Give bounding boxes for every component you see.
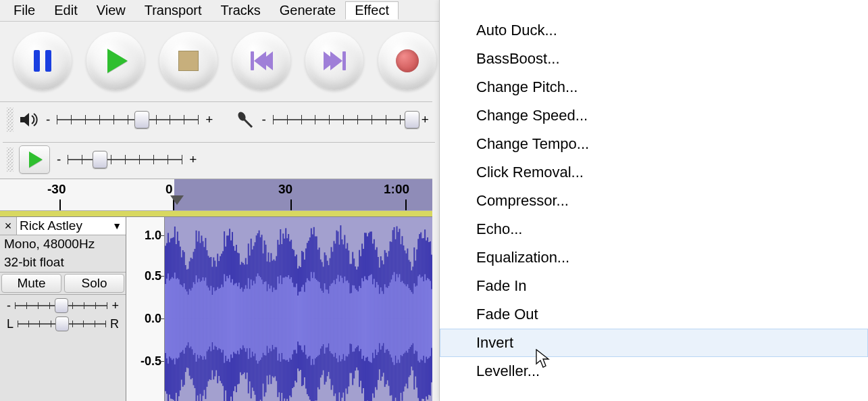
effect-change-speed[interactable]: Change Speed... [440, 101, 868, 130]
svg-rect-318 [315, 279, 316, 358]
svg-rect-270 [251, 279, 252, 357]
effect-change-pitch[interactable]: Change Pitch... [440, 73, 868, 101]
svg-rect-266 [245, 285, 247, 352]
stop-button[interactable] [159, 32, 218, 90]
svg-rect-380 [398, 277, 399, 359]
toolbar-grip-icon[interactable] [7, 108, 14, 132]
pause-button[interactable] [14, 32, 72, 90]
svg-rect-230 [197, 283, 199, 355]
svg-rect-223 [188, 295, 189, 343]
svg-rect-356 [365, 279, 367, 358]
skip-start-button[interactable] [232, 32, 290, 90]
menu-file[interactable]: File [4, 1, 45, 20]
svg-rect-271 [252, 285, 253, 352]
svg-rect-312 [307, 279, 308, 359]
track-format-line2: 32-bit float [0, 254, 126, 272]
svg-rect-379 [397, 274, 398, 363]
output-volume-slider[interactable] [57, 111, 199, 128]
pause-icon [34, 50, 51, 72]
svg-rect-240 [210, 286, 211, 352]
effect-bass-boost[interactable]: BassBoost... [440, 45, 868, 73]
svg-rect-359 [369, 275, 371, 362]
svg-rect-278 [261, 280, 263, 358]
playhead-icon[interactable] [170, 195, 184, 205]
effect-fade-out[interactable]: Fade Out [440, 300, 868, 329]
solo-button[interactable]: Solo [64, 274, 124, 293]
svg-rect-369 [383, 294, 384, 344]
mute-button[interactable]: Mute [1, 274, 61, 293]
track-gain-slider[interactable]: - + [0, 295, 126, 313]
effect-equalization[interactable]: Equalization... [440, 243, 868, 272]
ruler-label: 0 [165, 182, 173, 197]
menu-view[interactable]: View [87, 1, 135, 20]
svg-rect-218 [181, 285, 182, 352]
speed-minus-label: - [57, 152, 61, 167]
svg-rect-273 [255, 283, 256, 353]
svg-rect-330 [331, 284, 332, 354]
svg-rect-371 [386, 287, 387, 350]
menu-transport[interactable]: Transport [135, 1, 211, 20]
svg-rect-399 [423, 281, 424, 356]
svg-rect-268 [248, 278, 249, 359]
svg-rect-246 [218, 289, 220, 348]
effect-echo[interactable]: Echo... [440, 215, 868, 243]
svg-rect-321 [319, 282, 320, 355]
svg-rect-343 [348, 283, 349, 354]
svg-rect-348 [355, 289, 356, 349]
svg-rect-402 [427, 278, 428, 359]
gain-minus-label: - [7, 299, 11, 313]
record-button[interactable] [378, 32, 436, 90]
effect-click-removal[interactable]: Click Removal... [440, 158, 868, 187]
svg-rect-219 [182, 287, 184, 350]
svg-rect-349 [356, 290, 357, 347]
effect-leveller[interactable]: Leveller... [440, 357, 868, 385]
svg-rect-309 [303, 285, 304, 352]
menu-tracks[interactable]: Tracks [211, 1, 270, 20]
menu-effect[interactable]: Effect [345, 1, 399, 20]
svg-rect-244 [215, 290, 217, 347]
svg-rect-396 [419, 275, 420, 362]
track-pan-slider[interactable]: L R [0, 313, 126, 331]
skip-end-button[interactable] [305, 32, 363, 90]
svg-rect-319 [316, 280, 317, 357]
svg-rect-331 [332, 283, 334, 354]
svg-rect-392 [413, 283, 415, 354]
svg-rect-284 [269, 289, 270, 349]
svg-rect-247 [220, 288, 221, 350]
svg-rect-269 [249, 289, 251, 348]
track-name-dropdown[interactable]: Rick Astley ▼ [17, 217, 126, 235]
input-volume-slider[interactable] [273, 111, 415, 128]
time-ruler[interactable]: -30 0 30 1:00 [0, 179, 432, 211]
svg-rect-290 [277, 277, 278, 360]
close-track-button[interactable]: × [0, 217, 17, 235]
play-at-speed-button[interactable] [19, 145, 50, 174]
microphone-icon [234, 110, 255, 130]
effect-change-tempo[interactable]: Change Tempo... [440, 130, 868, 158]
play-button[interactable] [86, 32, 145, 90]
playback-speed-slider[interactable] [68, 151, 182, 168]
effect-fade-in[interactable]: Fade In [440, 272, 868, 300]
svg-rect-294 [282, 278, 284, 360]
svg-rect-316 [312, 278, 313, 359]
svg-rect-336 [338, 281, 340, 355]
svg-rect-326 [326, 289, 327, 348]
svg-rect-295 [284, 278, 285, 360]
effect-compressor[interactable]: Compressor... [440, 187, 868, 215]
svg-rect-308 [301, 287, 303, 350]
effect-invert[interactable]: Invert [440, 329, 868, 357]
svg-rect-327 [327, 289, 328, 347]
waveform-display[interactable] [165, 217, 432, 401]
toolbar-grip-icon[interactable] [7, 147, 14, 172]
input-minus-label: - [261, 112, 265, 127]
svg-rect-358 [368, 276, 369, 361]
effect-auto-duck[interactable]: Auto Duck... [440, 16, 868, 45]
svg-rect-341 [345, 281, 347, 356]
menu-edit[interactable]: Edit [45, 1, 86, 20]
menu-generate[interactable]: Generate [270, 1, 345, 20]
svg-rect-263 [241, 287, 242, 350]
svg-rect-374 [390, 283, 391, 355]
svg-rect-234 [202, 277, 203, 360]
timeline: -30 0 30 1:00 [0, 179, 432, 217]
svg-rect-275 [257, 273, 259, 363]
svg-rect-292 [280, 275, 281, 362]
